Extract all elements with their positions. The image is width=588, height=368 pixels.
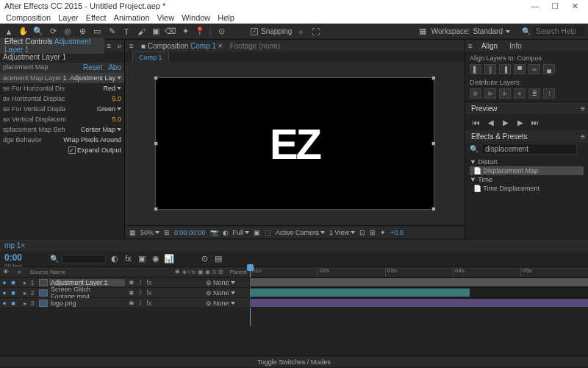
snapping-checkbox[interactable]: ✓ [251, 28, 258, 35]
vc-guides-icon[interactable]: ▣ [254, 229, 260, 236]
info-tab[interactable]: Info [503, 42, 528, 50]
pen-tool-icon[interactable]: ✎ [106, 26, 118, 38]
vc-grid-icon[interactable]: ▦ [129, 229, 136, 236]
selection-tool-icon[interactable]: ▲ [3, 26, 15, 38]
dist-3-icon[interactable]: ⊩ [499, 88, 511, 99]
first-frame-button[interactable]: ⏮ [470, 117, 483, 127]
layer-bar[interactable] [250, 289, 470, 297]
align-top-icon[interactable]: ▀ [514, 64, 526, 74]
panel-menu-icon[interactable]: ≡ [465, 42, 476, 50]
ec-prop-value[interactable]: 5.0 [112, 116, 121, 123]
fx-icon[interactable]: fx [123, 252, 135, 264]
anchor-icon[interactable]: ⊙ [215, 26, 227, 38]
vc-mask-icon[interactable]: ⬚ [265, 229, 271, 236]
layer-bar[interactable] [250, 278, 588, 286]
vc-b-icon[interactable]: ⊞ [370, 229, 376, 236]
parent-pickwhip-icon[interactable]: ⊚ [206, 279, 212, 286]
timeline-layer-row[interactable]: ● ■ ▸ 2 Screen Glitch Footage.mp4 ✱/fx ⊚… [0, 288, 588, 298]
search-help-input[interactable] [534, 26, 585, 36]
roto-tool-icon[interactable]: ✦ [179, 26, 191, 38]
type-tool-icon[interactable]: T [121, 26, 132, 38]
footage-tab[interactable]: Footage (none) [230, 42, 280, 50]
dist-6-icon[interactable]: ⫶ [543, 88, 555, 99]
menu-effect[interactable]: Effect [86, 13, 107, 22]
shy-icon[interactable]: ◐ [109, 253, 121, 265]
align-hcenter-icon[interactable]: ║ [484, 64, 496, 74]
align-to-dropdown[interactable]: Compos [517, 54, 542, 62]
ec-reset-link[interactable]: Reset [83, 63, 102, 72]
ec-about-link[interactable]: Abo [108, 63, 121, 72]
eye-toggle[interactable]: ● [0, 289, 9, 297]
menu-composition[interactable]: Composition [6, 13, 51, 22]
tree-preset[interactable]: 📄 Displacement Map [470, 166, 584, 175]
parent-pickwhip-icon[interactable]: ⊚ [206, 289, 212, 297]
camera-tool-icon[interactable]: ◎ [62, 26, 74, 38]
preview-tab[interactable]: Preview [465, 105, 503, 113]
panel-close-icon[interactable]: » [114, 42, 124, 50]
effects-presets-tab[interactable]: Effects & Presets [465, 132, 534, 141]
layer-name[interactable]: logo.png [49, 300, 125, 307]
brain-icon[interactable]: ⊙ [198, 253, 210, 265]
camera-selector[interactable]: Active Camera [276, 229, 325, 236]
panel-menu-icon[interactable]: ≡ [578, 105, 588, 113]
ec-prop-value[interactable]: Center Map [81, 126, 121, 133]
timeline-tab[interactable]: mp 1 [4, 241, 21, 250]
draft-icon[interactable]: ▤ [212, 253, 224, 265]
handle-bl[interactable] [154, 207, 158, 211]
hand-tool-icon[interactable]: ✋ [18, 26, 29, 38]
menu-window[interactable]: Window [182, 13, 210, 22]
vc-res-icon[interactable]: ⊞ [164, 229, 170, 236]
graph-icon[interactable]: 📊 [163, 253, 175, 265]
dist-2-icon[interactable]: ⊫ [484, 88, 496, 99]
vc-c-icon[interactable]: ✦ [380, 229, 386, 236]
clone-tool-icon[interactable]: ▣ [150, 26, 162, 38]
effects-search-input[interactable] [481, 144, 577, 155]
ec-prop-value[interactable]: Red [103, 85, 121, 92]
resolution-selector[interactable]: Full [233, 229, 250, 236]
brush-tool-icon[interactable]: 🖌 [135, 26, 147, 38]
view-selector[interactable]: 1 View [329, 229, 355, 236]
shape-tool-icon[interactable]: ▭ [91, 26, 103, 38]
dist-5-icon[interactable]: ≣ [528, 88, 540, 99]
dist-1-icon[interactable]: ⊪ [470, 88, 481, 99]
tree-folder[interactable]: ▼ Distort [470, 158, 584, 166]
align-bottom-icon[interactable]: ▄ [543, 64, 555, 74]
prev-frame-button[interactable]: ◀ [484, 117, 498, 127]
workspace-selector[interactable]: Workspace: Standard [431, 27, 510, 35]
time-ruler[interactable]: 01s02s03s04s05s [250, 267, 588, 277]
vc-exposure[interactable]: +0.0 [390, 229, 404, 236]
grid-icon[interactable]: ▦ [417, 26, 429, 38]
inner-comp-tab[interactable]: Comp 1 [132, 52, 169, 62]
maximize-button[interactable]: ☐ [546, 1, 564, 11]
viewport[interactable]: EZ [125, 62, 465, 225]
snap-opt2-icon[interactable]: ⛶ [309, 26, 321, 38]
eraser-tool-icon[interactable]: ⌫ [165, 26, 176, 38]
ec-checkbox[interactable]: ✓ [68, 146, 76, 154]
vc-channel-icon[interactable]: ◐ [223, 229, 229, 236]
handle-r[interactable] [431, 141, 436, 146]
parent-dropdown[interactable]: None [213, 289, 235, 297]
panel-menu-icon[interactable]: ≡ [104, 42, 115, 50]
composition-canvas[interactable]: EZ [155, 77, 434, 210]
vc-snapshot-icon[interactable]: 📷 [210, 229, 218, 236]
align-right-icon[interactable]: ▐ [499, 64, 511, 74]
menu-help[interactable]: Help [218, 13, 234, 22]
handle-tl[interactable] [154, 76, 158, 80]
ec-prop-value[interactable]: Green [97, 105, 121, 113]
play-button[interactable]: ▶ [499, 117, 512, 127]
tree-folder[interactable]: ▼ Time [470, 175, 584, 184]
menu-layer[interactable]: Layer [58, 13, 79, 22]
layer-bar[interactable] [250, 299, 588, 307]
motion-blur-icon[interactable]: ◉ [150, 253, 162, 265]
ec-prop-value[interactable]: 5.0 [112, 95, 121, 102]
align-vcenter-icon[interactable]: ═ [528, 64, 540, 74]
comp-panel-menu-icon[interactable]: ≡ [129, 42, 134, 50]
vc-timecode[interactable]: 0:00:00:00 [174, 229, 206, 236]
rotate-tool-icon[interactable]: ⟳ [47, 26, 59, 38]
eye-toggle[interactable]: ● [0, 279, 9, 286]
puppet-tool-icon[interactable]: 📍 [194, 26, 206, 38]
snap-opt-icon[interactable]: ⟐ [295, 26, 306, 38]
vc-a-icon[interactable]: ⊡ [359, 229, 365, 236]
handle-tr[interactable] [431, 76, 436, 80]
lock-toggle[interactable]: ■ [9, 279, 18, 286]
